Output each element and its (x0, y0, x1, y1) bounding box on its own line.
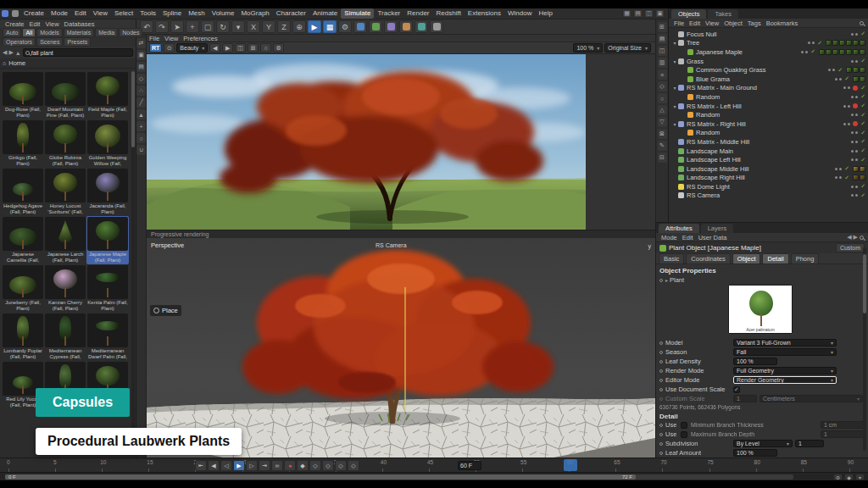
previous-key-button[interactable]: ◀ (208, 460, 220, 471)
object-row[interactable]: ▾RS Matrix - Main Ground✓ (669, 84, 868, 93)
goto-start-button[interactable]: ⇤ (195, 460, 207, 471)
leaf-amount-field[interactable]: 100 % (733, 449, 777, 457)
collection-tab-scenes[interactable]: Scenes (36, 37, 63, 47)
asset-item[interactable]: Jacaranda (Fall, Plant) (86, 168, 129, 216)
keyframe-dot[interactable] (659, 452, 663, 455)
console-panel-icon[interactable]: ⊠ (658, 129, 667, 139)
layout-button-4[interactable]: ▣ (655, 9, 665, 18)
object-menu-bookmarks[interactable]: Bookmarks (764, 19, 801, 27)
object-row[interactable]: Landscape Middle Hill✓ (669, 164, 868, 174)
render-pass-dropdown[interactable]: Beauty ▾ (176, 43, 208, 53)
redshift-tag-icon[interactable] (853, 103, 858, 108)
editor-visibility-dot[interactable] (843, 86, 846, 89)
volume-button[interactable] (415, 20, 428, 33)
material-tag-chip[interactable] (860, 175, 865, 180)
asset-item[interactable]: Japanese Larch (Fall, Plant) (44, 216, 86, 264)
object-row[interactable]: Landscape Main✓ (669, 147, 868, 156)
menubar-item-spline[interactable]: Spline (159, 8, 185, 19)
timeline-settings-icon[interactable]: ⚙ (833, 474, 843, 480)
material-tag-chip[interactable] (853, 166, 859, 172)
object-row[interactable]: RS Camera✓ (669, 191, 868, 201)
enable-toggle[interactable]: ✓ (860, 157, 865, 164)
viewport-solo-icon[interactable]: ○ (136, 133, 146, 143)
timeline-panel-icon[interactable]: ▽ (658, 117, 667, 127)
asset-item[interactable]: Kanzan Cherry (Fall, Plant) (44, 264, 86, 313)
menubar-item-animate[interactable]: Animate (309, 8, 341, 19)
asset-item[interactable]: Juneberry (Fall, Plant) (2, 264, 44, 313)
layout-button-2[interactable]: ▤ (633, 9, 643, 18)
asset-item[interactable]: Golden Weeping Willow (Fall, Plant) (86, 119, 129, 168)
material-tag-chip[interactable] (826, 40, 832, 46)
coordinate-system-icon[interactable]: ⊕ (292, 20, 306, 33)
perspective-viewport[interactable] (147, 238, 655, 458)
asset-scrollbar-thumb[interactable] (131, 71, 135, 147)
editor-visibility-dot[interactable] (851, 186, 854, 188)
asset-search-input[interactable] (31, 50, 131, 56)
attribute-tab-basic[interactable]: Basic (659, 253, 684, 264)
object-menu-object[interactable]: Object (721, 19, 745, 27)
editor-visibility-dot[interactable] (835, 78, 837, 80)
enable-axis-icon[interactable]: + (136, 121, 146, 131)
plant-preview-thumbnail[interactable]: Acer palmatum (728, 285, 793, 334)
menubar-item-mesh[interactable]: Mesh (185, 8, 209, 19)
asset-item[interactable]: Ginkgo (Fall, Plant) (2, 119, 44, 168)
render-visibility-dot[interactable] (855, 186, 858, 188)
viewport-view-label[interactable]: Perspective (151, 241, 184, 249)
snap-settings-icon[interactable]: ∪ (136, 145, 146, 155)
ipr-settings-icon[interactable]: ⚙ (273, 43, 284, 53)
material-tag-chip[interactable] (846, 40, 852, 46)
maximum-branch-depth-field[interactable]: 1 (821, 430, 865, 438)
render-zoom-dropdown[interactable]: 100 % ▾ (573, 43, 603, 53)
object-menu-tags[interactable]: Tags (745, 19, 764, 27)
editor-visibility-dot[interactable] (808, 42, 810, 44)
interactive-render-button[interactable]: ▦ (323, 20, 337, 33)
z-axis-lock-button[interactable]: Z (277, 20, 291, 33)
enable-toggle[interactable]: ✓ (860, 120, 865, 127)
material-tag-chip[interactable] (832, 40, 838, 46)
model-dropdown[interactable]: Variant 3 Full-Grown▾ (733, 339, 837, 347)
editor-visibility-dot[interactable] (851, 114, 854, 116)
attribute-scrollbar-thumb[interactable] (863, 254, 866, 313)
objects-tab-objects[interactable]: Objects (671, 9, 706, 19)
menubar-item-character[interactable]: Character (273, 8, 309, 19)
keyframe-dot[interactable] (659, 433, 663, 436)
editor-visibility-dot[interactable] (843, 123, 846, 125)
fields-button[interactable] (430, 20, 443, 33)
render-mode-dropdown[interactable]: Full Geometry▾ (733, 367, 837, 374)
place-tool-hud[interactable]: Place (150, 305, 181, 316)
render-visibility-dot[interactable] (855, 131, 858, 134)
render-view-button[interactable]: ▶ (308, 20, 321, 33)
material-tag-chip[interactable] (832, 49, 838, 55)
expand-arrow-icon[interactable]: ▾ (671, 103, 678, 109)
render-menu-file[interactable]: File (147, 35, 162, 42)
enable-toggle[interactable]: ✓ (860, 93, 865, 100)
render-visibility-dot[interactable] (848, 105, 850, 108)
render-visibility-dot[interactable] (805, 51, 808, 53)
viewport-camera-label[interactable]: RS Camera (376, 242, 407, 248)
split-view-icon[interactable]: ◫ (658, 46, 667, 56)
edges-mode-icon[interactable]: ╱ (136, 97, 146, 108)
object-row[interactable]: Blue Grama✓ (669, 75, 868, 84)
attr-search-icon[interactable] (860, 236, 864, 240)
expand-arrow-icon[interactable]: ▸ (665, 277, 668, 283)
object-search-icon[interactable] (860, 21, 864, 25)
redshift-tag-icon[interactable] (853, 121, 858, 126)
maximum-branch-depth-checkbox[interactable] (681, 431, 687, 438)
enable-toggle[interactable]: ✓ (810, 48, 815, 55)
render-visibility-dot[interactable] (855, 114, 858, 116)
keyframe-dot[interactable] (659, 341, 663, 345)
redshift-tag-icon[interactable] (853, 86, 858, 91)
rotation-key-toggle[interactable]: ◇ (335, 460, 347, 471)
objects-tab-takes[interactable]: Takes (708, 9, 738, 19)
subdivision-level-field[interactable]: 1 (795, 440, 824, 447)
menubar-item-redshift[interactable]: Redshift (433, 8, 465, 19)
texture-mode-icon[interactable]: ▤ (136, 62, 146, 72)
enable-toggle[interactable]: ✓ (860, 138, 865, 145)
timeline-playhead[interactable] (564, 459, 577, 471)
material-tag-chip[interactable] (826, 49, 832, 55)
enable-toggle[interactable]: ✓ (860, 183, 865, 190)
object-row[interactable]: ▾Tree✓ (669, 39, 868, 48)
attribute-menu-mode[interactable]: Mode (659, 234, 680, 241)
filter-tab-materials[interactable]: Materials (64, 28, 94, 37)
menubar-item-mode[interactable]: Mode (47, 8, 71, 19)
